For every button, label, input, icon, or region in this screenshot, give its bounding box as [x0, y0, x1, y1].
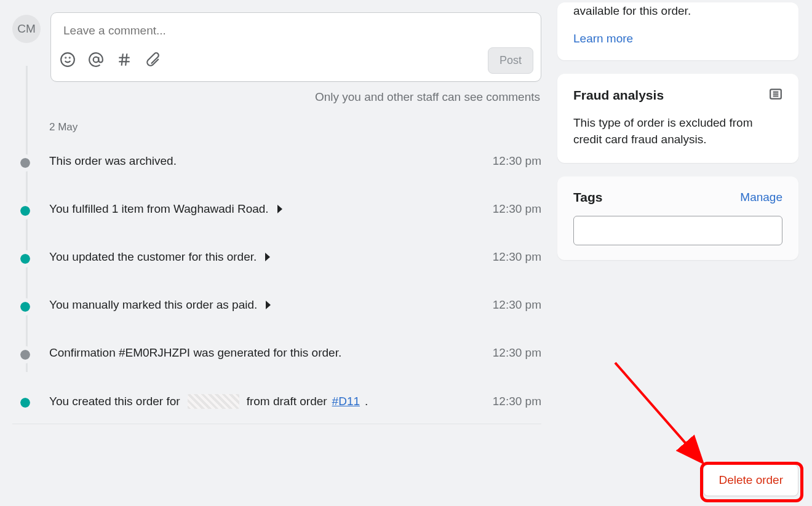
attachment-icon[interactable]	[145, 52, 161, 70]
tags-title: Tags	[573, 190, 602, 205]
timeline-event: You created this order for from draft or…	[49, 394, 541, 409]
comment-box: Post	[50, 12, 541, 82]
event-time: 12:30 pm	[493, 395, 541, 408]
event-text: You manually marked this order as paid.	[49, 298, 257, 312]
comment-input[interactable]	[51, 13, 541, 41]
event-text: You updated the customer for this order.	[49, 250, 257, 264]
timeline-event[interactable]: You updated the customer for this order.…	[49, 250, 541, 264]
svg-point-2	[70, 57, 70, 58]
timeline-event: This order was archived. 12:30 pm	[49, 154, 541, 168]
draft-order-link[interactable]: #D11	[332, 395, 360, 408]
comment-toolbar: Post	[51, 41, 541, 81]
post-button[interactable]: Post	[488, 47, 533, 74]
event-text-prefix: You created this order for	[49, 395, 180, 408]
delete-order-button[interactable]: Delete order	[703, 464, 798, 496]
mention-icon[interactable]	[88, 52, 104, 70]
conversion-card: available for this order. Learn more	[557, 2, 798, 60]
tags-card: Tags Manage	[557, 176, 798, 260]
event-dot	[20, 158, 30, 168]
event-time: 12:30 pm	[493, 346, 541, 360]
tags-input[interactable]	[573, 216, 782, 245]
timeline-event[interactable]: You fulfilled 1 item from Waghawadi Road…	[49, 202, 541, 216]
chevron-right-icon	[266, 301, 271, 309]
learn-more-link[interactable]: Learn more	[573, 32, 633, 45]
svg-point-1	[65, 57, 66, 58]
list-icon[interactable]	[769, 87, 782, 103]
redacted-name	[188, 394, 239, 409]
hashtag-icon[interactable]	[116, 52, 132, 70]
event-dot	[20, 302, 30, 312]
svg-line-6	[122, 53, 123, 66]
event-time: 12:30 pm	[493, 298, 541, 312]
fraud-title: Fraud analysis	[573, 88, 664, 103]
svg-line-7	[125, 53, 127, 66]
event-text-suffix: from draft order	[247, 395, 327, 408]
emoji-icon[interactable]	[60, 52, 76, 70]
svg-point-3	[94, 57, 99, 62]
avatar: CM	[12, 15, 41, 43]
event-text: This order was archived.	[49, 154, 177, 168]
svg-point-0	[61, 53, 74, 66]
event-dot	[20, 398, 30, 408]
conversion-text: available for this order.	[573, 2, 782, 20]
timeline-date: 2 May	[49, 121, 541, 133]
staff-visibility-note: Only you and other staff can see comment…	[12, 90, 540, 104]
event-text: You fulfilled 1 item from Waghawadi Road…	[49, 202, 269, 216]
timeline-event[interactable]: You manually marked this order as paid. …	[49, 298, 541, 312]
event-dot	[20, 254, 30, 264]
timeline-event: Confirmation #EM0RJHZPI was generated fo…	[49, 346, 541, 360]
fraud-analysis-card: Fraud analysis This type of order is exc…	[557, 74, 798, 163]
divider	[12, 424, 541, 424]
manage-tags-link[interactable]: Manage	[740, 191, 782, 204]
chevron-right-icon	[265, 253, 270, 261]
event-dot	[20, 206, 30, 216]
fraud-text: This type of order is excluded from cred…	[573, 114, 782, 148]
event-time: 12:30 pm	[493, 202, 541, 216]
event-text: Confirmation #EM0RJHZPI was generated fo…	[49, 346, 341, 360]
event-time: 12:30 pm	[493, 154, 541, 168]
chevron-right-icon	[277, 205, 282, 213]
timeline-line	[26, 66, 28, 372]
event-time: 12:30 pm	[493, 250, 541, 264]
event-dot	[20, 350, 30, 360]
